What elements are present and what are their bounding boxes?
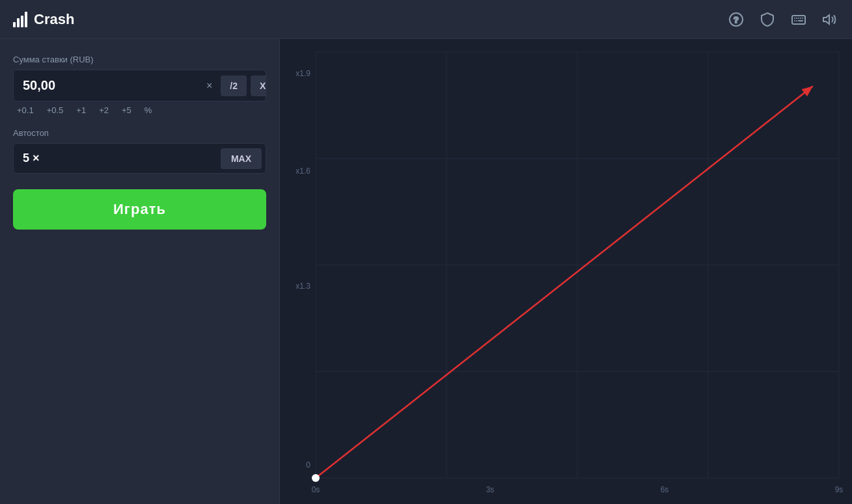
bet-section: Сумма ставки (RUB) × /2 X2 +0.1 +0.5 +1 … [13, 55, 266, 118]
autostop-input[interactable] [14, 144, 217, 173]
autostop-label: Автостоп [13, 128, 266, 138]
bet-clear-button[interactable]: × [200, 80, 219, 92]
crash-chart-canvas [280, 39, 852, 504]
bet-input[interactable] [14, 70, 200, 101]
chart-area [280, 39, 852, 504]
help-icon[interactable]: ? [727, 10, 745, 29]
svg-marker-11 [823, 15, 829, 24]
bet-label: Сумма ставки (RUB) [13, 55, 266, 64]
quick-add-2[interactable]: +2 [95, 103, 113, 118]
quick-add-0.5[interactable]: +0.5 [43, 103, 68, 118]
bet-half-button[interactable]: /2 [221, 75, 247, 96]
svg-rect-2 [792, 16, 805, 24]
header-right: ? [727, 10, 839, 29]
quick-add-5[interactable]: +5 [118, 103, 135, 118]
page-title: Crash [34, 11, 74, 28]
autostop-section: Автостоп MAX [13, 128, 266, 174]
quick-add-percent[interactable]: % [141, 103, 156, 118]
keyboard-icon[interactable] [790, 10, 808, 29]
shield-icon[interactable] [758, 10, 776, 29]
main-layout: Сумма ставки (RUB) × /2 X2 +0.1 +0.5 +1 … [0, 39, 852, 504]
svg-text:?: ? [734, 15, 739, 25]
autostop-max-button[interactable]: MAX [221, 148, 262, 169]
sound-icon[interactable] [821, 10, 839, 29]
bet-double-button[interactable]: X2 [251, 75, 266, 96]
quick-add-0.1[interactable]: +0.1 [13, 103, 38, 118]
header: Crash ? [0, 0, 852, 39]
play-button[interactable]: Играть [13, 189, 266, 230]
bar-chart-icon [13, 12, 27, 27]
autostop-input-row: MAX [13, 143, 266, 174]
left-panel: Сумма ставки (RUB) × /2 X2 +0.1 +0.5 +1 … [0, 39, 280, 504]
quick-add-row: +0.1 +0.5 +1 +2 +5 % [13, 103, 266, 118]
bet-input-row: × /2 X2 [13, 70, 266, 101]
header-left: Crash [13, 11, 74, 28]
quick-add-1[interactable]: +1 [72, 103, 90, 118]
